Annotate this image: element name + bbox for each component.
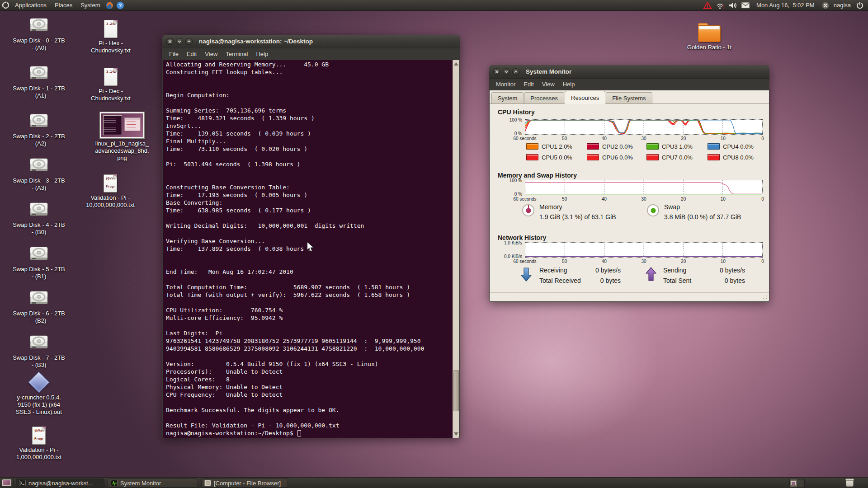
taskbar-button-3[interactable]: [Computer - File Browser] xyxy=(201,479,288,488)
svg-text:!: ! xyxy=(723,4,725,9)
minimize-icon[interactable] xyxy=(503,68,510,75)
axis-tick: 10 xyxy=(721,197,726,202)
desktop-icon-swap-disk-3[interactable]: Swap Disk - 3 - 2TB - (A3) xyxy=(5,158,73,192)
taskbar-button-2[interactable]: System Monitor xyxy=(108,479,198,488)
desktop-icon-pi-hex-txt[interactable]: 3.243Pi - Hex - Chudnovsky.txt xyxy=(77,20,145,54)
resize-grip[interactable] xyxy=(762,295,768,300)
sysmon-menu-monitor[interactable]: Monitor xyxy=(492,79,519,90)
show-desktop-button[interactable] xyxy=(0,478,14,488)
menu-applications[interactable]: Applications xyxy=(11,2,51,9)
minimize-icon[interactable] xyxy=(176,38,183,45)
terminal-scrollbar[interactable] xyxy=(453,60,459,438)
desktop-icon-validation-10b-txt[interactable]: ÿþVal ProgrValidation - Pi - 10,000,000,… xyxy=(76,174,144,209)
terminal-menu-edit[interactable]: Edit xyxy=(183,48,201,60)
legend-label: CPU8 0.0% xyxy=(723,154,754,161)
desktop-icon-swap-disk-4[interactable]: Swap Disk - 4 - 2TB - (B0) xyxy=(5,202,73,236)
legend-label: CPU7 0.0% xyxy=(662,154,693,161)
desktop-icon-swap-disk-2[interactable]: Swap Disk - 2 - 2TB - (A2) xyxy=(5,114,73,147)
help-icon[interactable]: ? xyxy=(115,0,126,11)
desktop-icon-label: Swap Disk - 5 - 2TB - (B1) xyxy=(5,266,73,280)
scroll-down-icon[interactable] xyxy=(454,432,458,436)
image-thumbnail-icon xyxy=(100,112,144,138)
mem-y-max: 100 % xyxy=(493,178,522,183)
desktop-icon-swap-disk-6[interactable]: Swap Disk - 6 - 2TB - (B2) xyxy=(5,291,73,324)
desktop-icon-pi-dec-txt[interactable]: 3.141Pi - Dec - Chudnovsky.txt xyxy=(77,68,145,102)
workspace-switcher[interactable] xyxy=(789,479,805,487)
warning-icon[interactable] xyxy=(702,0,713,11)
maximize-icon[interactable] xyxy=(185,38,193,45)
axis-tick: 0 xyxy=(761,259,764,264)
maximize-icon[interactable] xyxy=(512,68,519,75)
tab-system[interactable]: System xyxy=(491,92,524,103)
disk-icon xyxy=(29,158,49,174)
legend-label: CPU3 1.0% xyxy=(662,143,693,150)
desktop-icon-label: Validation - Pi - 10,000,000,000.txt xyxy=(76,194,144,209)
memory-gauge-icon xyxy=(522,204,534,216)
files-icon xyxy=(204,480,211,486)
swap-gauge-value: 3.8 MiB (0.0 %) of 37.7 GiB xyxy=(664,213,741,221)
tab-file-systems[interactable]: File Systems xyxy=(606,92,652,103)
svg-text:?: ? xyxy=(119,3,122,8)
terminal-window: nagisa@nagisa-workstation: ~/Desktop Fil… xyxy=(162,35,460,438)
desktop-icon-screenshot-png[interactable]: linux_pi_1b_nagisa_ advancedswap_8hd. pn… xyxy=(88,112,156,162)
legend-swatch xyxy=(646,143,659,150)
legend-swatch xyxy=(587,143,599,150)
axis-tick: 10 xyxy=(721,136,726,141)
taskbar-button-1[interactable]: nagisa@nagisa-workst... xyxy=(16,479,104,488)
tab-processes[interactable]: Processes xyxy=(524,92,564,103)
monitor-icon xyxy=(111,480,118,486)
desktop-icon-golden-ratio-folder[interactable]: Golden Ratio - 1t xyxy=(675,25,743,51)
mail-icon[interactable] xyxy=(740,0,751,11)
sysmon-menu-help[interactable]: Help xyxy=(559,79,579,90)
desktop-icon-swap-disk-5[interactable]: Swap Disk - 5 - 2TB - (B1) xyxy=(5,247,73,280)
workspace-1[interactable] xyxy=(790,479,797,487)
terminal-menu-help[interactable]: Help xyxy=(252,48,272,60)
terminal-menu-view[interactable]: View xyxy=(201,48,222,60)
desktop-icon-label: Swap Disk - 4 - 2TB - (B0) xyxy=(5,221,73,236)
panel-username[interactable]: nagisa xyxy=(833,2,853,9)
close-icon[interactable] xyxy=(493,68,500,75)
legend-cpu8: CPU8 0.0% xyxy=(708,154,754,161)
firefox-icon[interactable] xyxy=(104,0,115,11)
network-alert-icon[interactable]: ! xyxy=(715,0,726,11)
close-icon[interactable] xyxy=(166,38,174,45)
desktop-icon-swap-disk-7[interactable]: Swap Disk - 7 - 2TB - (B3) xyxy=(5,335,73,369)
swap-gauge-icon xyxy=(647,204,659,216)
desktop-icon-y-cruncher-out[interactable]: y-cruncher 0.5.4. 9150 (fix 1) (x64 SSE3… xyxy=(5,372,73,416)
cpu-x-axis: 60 seconds50403020100 xyxy=(525,136,763,141)
legend-swatch xyxy=(526,143,538,150)
sysmon-menu-edit[interactable]: Edit xyxy=(519,79,538,90)
desktop-icon-label: Swap Disk - 7 - 2TB - (B3) xyxy=(5,354,73,369)
workspace-2[interactable] xyxy=(797,479,804,487)
trash-applet-icon[interactable] xyxy=(846,479,854,487)
power-icon[interactable] xyxy=(854,0,865,11)
axis-tick: 20 xyxy=(681,197,686,202)
ubuntu-logo-icon[interactable] xyxy=(0,0,11,11)
terminal-titlebar[interactable]: nagisa@nagisa-workstation: ~/Desktop xyxy=(162,35,460,48)
tab-resources[interactable]: Resources xyxy=(565,91,605,104)
menu-system[interactable]: System xyxy=(76,2,104,9)
sysmon-menu-view[interactable]: View xyxy=(538,79,559,90)
taskbar-button-label: nagisa@nagisa-workst... xyxy=(28,480,93,487)
network-x-axis: 60 seconds50403020100 xyxy=(525,259,763,264)
scroll-up-icon[interactable] xyxy=(454,62,458,66)
terminal-menu-file[interactable]: File xyxy=(165,48,183,60)
axis-tick: 50 xyxy=(562,259,567,264)
terminal-menubar: FileEditViewTerminalHelp xyxy=(162,48,460,60)
menu-places[interactable]: Places xyxy=(51,2,76,9)
terminal-menu-terminal[interactable]: Terminal xyxy=(222,48,252,60)
receiving-arrow-icon xyxy=(520,267,532,284)
terminal-title: nagisa@nagisa-workstation: ~/Desktop xyxy=(199,38,313,45)
user-status-icon[interactable] xyxy=(820,0,831,11)
panel-clock[interactable]: Mon Aug 16, 5:02 PM xyxy=(753,2,818,9)
scrollbar-thumb[interactable] xyxy=(453,370,459,412)
terminal-prompt-line: nagisa@nagisa-workstation:~/Desktop$ xyxy=(166,429,301,437)
desktop-icon-swap-disk-0[interactable]: Swap Disk - 0 - 2TB - (A0) xyxy=(5,18,73,52)
desktop-icon-swap-disk-1[interactable]: Swap Disk - 1 - 2TB - (A1) xyxy=(5,66,73,99)
desktop-icon-validation-1b-txt[interactable]: ÿþVal ProgrValidation - Pi - 1,000,000,0… xyxy=(5,427,73,461)
system-monitor-titlebar[interactable]: System Monitor xyxy=(489,65,769,79)
memory-swap-graph xyxy=(525,180,763,195)
show-desktop-icon xyxy=(2,479,11,486)
volume-icon[interactable] xyxy=(727,0,738,11)
sending-arrow-icon xyxy=(645,267,657,284)
